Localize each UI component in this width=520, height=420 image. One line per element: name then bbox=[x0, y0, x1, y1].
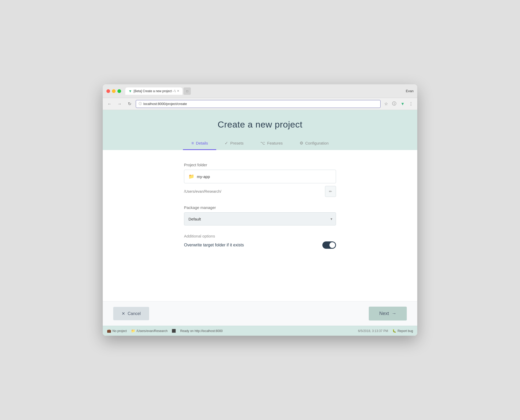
status-ready: Ready on http://localhost:8000 bbox=[180, 329, 223, 333]
cancel-x-icon: ✕ bbox=[122, 311, 125, 316]
new-tab-button[interactable]: □ bbox=[183, 87, 191, 95]
menu-icon[interactable]: ⋮ bbox=[408, 100, 414, 107]
tab-details-label: Details bbox=[196, 141, 208, 145]
briefcase-icon: 💼 bbox=[107, 329, 111, 333]
tab-configuration-label: Configuration bbox=[305, 141, 329, 145]
tab-features-label: Features bbox=[267, 141, 283, 145]
cancel-label: Cancel bbox=[128, 311, 141, 316]
configuration-tab-icon: ⚙ bbox=[300, 141, 303, 146]
form-container: Project folder 📁 my-app /Users/evan/Rese… bbox=[184, 163, 336, 257]
cancel-button[interactable]: ✕ Cancel bbox=[113, 307, 149, 320]
forward-button[interactable]: → bbox=[116, 100, 123, 108]
overwrite-option-row: Overwrite target folder if it exists bbox=[184, 241, 336, 249]
folder-status-icon: 📁 bbox=[131, 329, 135, 333]
additional-options-label: Additional options bbox=[184, 234, 336, 238]
bookmark-icon[interactable]: ☆ bbox=[383, 100, 389, 107]
url-bar[interactable]: ⓘ localhost:8000/project/create bbox=[136, 100, 381, 108]
url-text: localhost:8000/project/create bbox=[143, 102, 187, 106]
ready-text: Ready on http://localhost:8000 bbox=[180, 329, 223, 333]
report-bug-label: Report bug bbox=[398, 329, 413, 333]
overwrite-toggle[interactable] bbox=[322, 241, 336, 249]
tab-presets-label: Presets bbox=[230, 141, 243, 145]
vue-tab-icon: ▼ bbox=[128, 89, 132, 93]
report-bug-button[interactable]: 🐛 Report bug bbox=[392, 329, 413, 333]
page-header: Create a new project ≡ Details ✓ Presets… bbox=[103, 110, 417, 150]
close-button[interactable] bbox=[106, 89, 110, 93]
tab-features[interactable]: ⌥ Features bbox=[252, 137, 291, 150]
browser-tab-active[interactable]: ▼ [Beta] Create a new project - \ ✕ bbox=[125, 87, 182, 95]
package-manager-label: Package manager bbox=[184, 205, 336, 210]
toggle-knob bbox=[329, 242, 335, 248]
next-arrow-icon: → bbox=[392, 311, 396, 316]
info-action-icon[interactable]: ⓘ bbox=[391, 100, 397, 108]
project-folder-label: Project folder bbox=[184, 163, 336, 167]
traffic-lights bbox=[106, 89, 121, 93]
edit-path-button[interactable]: ✏ bbox=[325, 186, 336, 197]
folder-name: my-app bbox=[197, 174, 210, 179]
project-folder-group: Project folder 📁 my-app /Users/evan/Rese… bbox=[184, 163, 336, 197]
status-terminal: ⬛ bbox=[172, 329, 176, 333]
footer-buttons: ✕ Cancel Next → bbox=[103, 301, 417, 326]
status-timestamp: 6/5/2018, 3:13:37 PM bbox=[358, 329, 388, 333]
package-manager-select[interactable]: Default npm yarn pnpm bbox=[184, 212, 336, 225]
overwrite-label: Overwrite target folder if it exists bbox=[184, 243, 244, 247]
tabs-row: ≡ Details ✓ Presets ⌥ Features ⚙ Configu… bbox=[103, 137, 417, 150]
folder-path: /Users/evan/Research/ bbox=[184, 189, 323, 194]
main-content: Create a new project ≡ Details ✓ Presets… bbox=[103, 110, 417, 336]
info-icon: ⓘ bbox=[139, 102, 142, 106]
tab-details[interactable]: ≡ Details bbox=[183, 137, 216, 150]
next-label: Next bbox=[379, 311, 389, 316]
path-row: /Users/evan/Research/ ✏ bbox=[184, 186, 336, 197]
folder-icon: 📁 bbox=[188, 174, 194, 179]
form-area: Project folder 📁 my-app /Users/evan/Rese… bbox=[103, 150, 417, 301]
bug-icon: 🐛 bbox=[392, 329, 396, 333]
features-tab-icon: ⌥ bbox=[260, 141, 265, 146]
additional-options-group: Additional options Overwrite target fold… bbox=[184, 234, 336, 249]
title-bar: ▼ [Beta] Create a new project - \ ✕ □ Ev… bbox=[103, 84, 417, 98]
status-no-project: 💼 No project bbox=[107, 329, 127, 333]
package-manager-group: Package manager Default npm yarn pnpm ▾ bbox=[184, 205, 336, 225]
folder-input[interactable]: 📁 my-app bbox=[184, 170, 336, 183]
tab-presets[interactable]: ✓ Presets bbox=[216, 137, 252, 150]
tab-bar: ▼ [Beta] Create a new project - \ ✕ □ bbox=[125, 87, 404, 95]
details-tab-icon: ≡ bbox=[191, 141, 194, 146]
minimize-button[interactable] bbox=[112, 89, 116, 93]
terminal-icon: ⬛ bbox=[172, 329, 176, 333]
next-button[interactable]: Next → bbox=[369, 307, 407, 320]
status-path: 📁 /Users/evan/Research bbox=[131, 329, 168, 333]
tab-close-icon[interactable]: ✕ bbox=[177, 89, 179, 93]
address-bar-actions: ☆ ⓘ ▼ ⋮ bbox=[383, 100, 414, 108]
status-path-text: /Users/evan/Research bbox=[137, 329, 168, 333]
user-name: Evan bbox=[406, 89, 414, 93]
browser-window: ▼ [Beta] Create a new project - \ ✕ □ Ev… bbox=[103, 84, 417, 336]
status-bar: 💼 No project 📁 /Users/evan/Research ⬛ Re… bbox=[103, 326, 417, 336]
back-button[interactable]: ← bbox=[106, 100, 113, 108]
maximize-button[interactable] bbox=[117, 89, 121, 93]
reload-button[interactable]: ↻ bbox=[126, 100, 133, 108]
address-bar: ← → ↻ ⓘ localhost:8000/project/create ☆ … bbox=[103, 98, 417, 110]
tab-configuration[interactable]: ⚙ Configuration bbox=[291, 137, 337, 150]
tab-title: [Beta] Create a new project - \ bbox=[134, 89, 175, 93]
page-title: Create a new project bbox=[103, 119, 417, 130]
presets-tab-icon: ✓ bbox=[225, 141, 228, 146]
no-project-text: No project bbox=[112, 329, 127, 333]
vue-devtools-icon[interactable]: ▼ bbox=[399, 101, 406, 107]
package-manager-select-wrapper: Default npm yarn pnpm ▾ bbox=[184, 212, 336, 225]
